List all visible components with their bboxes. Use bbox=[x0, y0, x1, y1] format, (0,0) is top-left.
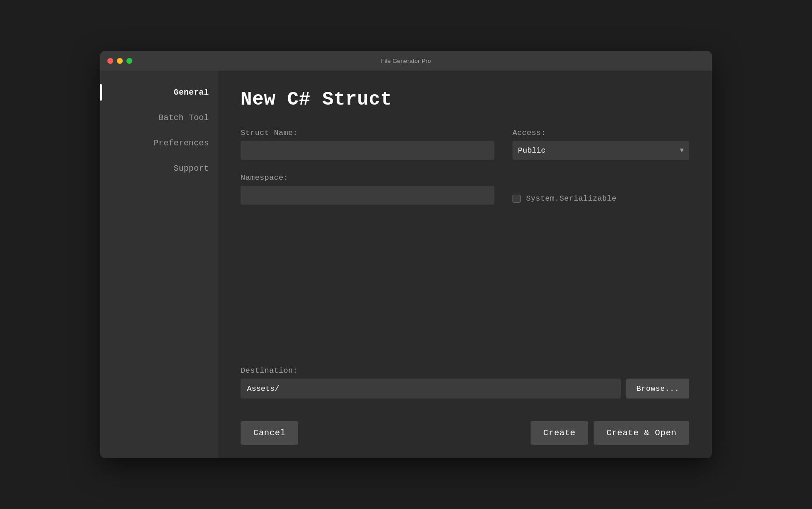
close-button[interactable] bbox=[107, 58, 113, 64]
serializable-checkbox[interactable] bbox=[512, 195, 521, 203]
struct-name-field: Struct Name: bbox=[241, 129, 494, 160]
page-title: New C# Struct bbox=[241, 89, 689, 110]
destination-input[interactable] bbox=[241, 379, 621, 399]
serializable-label: System.Serializable bbox=[526, 194, 617, 203]
struct-name-input[interactable] bbox=[241, 141, 494, 160]
sidebar: General Batch Tool Preferences Support bbox=[100, 71, 218, 458]
content-area: General Batch Tool Preferences Support N… bbox=[100, 71, 712, 458]
create-buttons: Create Create & Open bbox=[531, 421, 689, 445]
sidebar-item-preferences[interactable]: Preferences bbox=[100, 130, 218, 156]
namespace-label: Namespace: bbox=[241, 173, 494, 182]
titlebar: File Generator Pro bbox=[100, 51, 712, 71]
namespace-field: Namespace: bbox=[241, 173, 494, 205]
destination-section: Destination: Browse... bbox=[241, 366, 689, 399]
access-select[interactable]: Public Private Protected Internal bbox=[512, 141, 689, 160]
serializable-row: System.Serializable bbox=[512, 191, 617, 205]
access-select-wrapper: Public Private Protected Internal ▼ bbox=[512, 141, 689, 160]
app-window: File Generator Pro General Batch Tool Pr… bbox=[100, 51, 712, 458]
access-label: Access: bbox=[512, 129, 689, 137]
traffic-lights bbox=[107, 58, 132, 64]
destination-label: Destination: bbox=[241, 366, 298, 375]
create-open-button[interactable]: Create & Open bbox=[594, 421, 689, 445]
struct-name-label: Struct Name: bbox=[241, 129, 494, 137]
maximize-button[interactable] bbox=[126, 58, 132, 64]
cancel-button[interactable]: Cancel bbox=[241, 421, 298, 445]
namespace-serializable-row: Namespace: System.Serializable bbox=[241, 173, 689, 205]
struct-access-row: Struct Name: Access: Public Private Prot… bbox=[241, 129, 689, 160]
minimize-button[interactable] bbox=[117, 58, 123, 64]
content-spacer bbox=[241, 218, 689, 366]
create-button[interactable]: Create bbox=[531, 421, 588, 445]
window-title: File Generator Pro bbox=[381, 58, 431, 64]
sidebar-item-batch-tool[interactable]: Batch Tool bbox=[100, 105, 218, 130]
bottom-action-bar: Cancel Create Create & Open bbox=[241, 412, 689, 458]
sidebar-item-general[interactable]: General bbox=[100, 80, 218, 105]
main-panel: New C# Struct Struct Name: Access: Publi… bbox=[218, 71, 712, 458]
browse-button[interactable]: Browse... bbox=[626, 379, 689, 399]
access-field: Access: Public Private Protected Interna… bbox=[512, 129, 689, 160]
destination-row: Browse... bbox=[241, 379, 689, 399]
namespace-input[interactable] bbox=[241, 186, 494, 205]
sidebar-item-support[interactable]: Support bbox=[100, 156, 218, 181]
